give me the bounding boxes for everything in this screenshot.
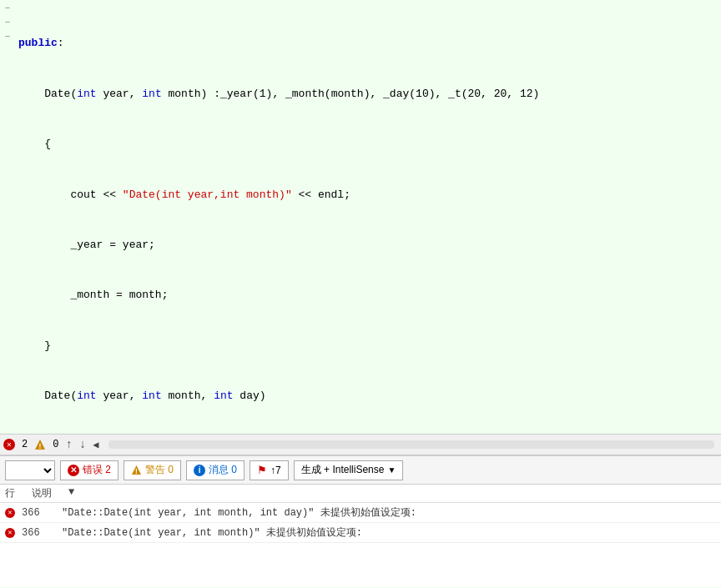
code-line: } bbox=[18, 338, 721, 354]
build-button[interactable]: 生成 + IntelliSense ▼ bbox=[294, 460, 404, 480]
col-header-desc-dropdown[interactable]: ▼ bbox=[68, 486, 74, 500]
status-error-icon: ✕ bbox=[3, 439, 15, 450]
error-row-2-desc: "Date::Date(int year, int month)" 未提供初始值… bbox=[62, 525, 716, 540]
code-line: public: bbox=[18, 35, 721, 52]
info-btn-icon: i bbox=[194, 465, 205, 476]
flag-button[interactable]: ⚑ ↑7 bbox=[250, 460, 289, 480]
error-row-2-line: 366 bbox=[22, 527, 55, 539]
horizontal-scrollbar[interactable] bbox=[108, 440, 714, 449]
error-btn-icon: ✕ bbox=[68, 465, 79, 476]
filter-select[interactable] bbox=[5, 460, 55, 480]
bottom-toolbar: ✕ 错误 2 ! 警告 0 i 消息 0 ⚑ ↑7 生成 + IntelliSe… bbox=[0, 456, 721, 485]
nav-down[interactable]: ↓ bbox=[79, 438, 86, 451]
nav-up[interactable]: ↑ bbox=[65, 438, 72, 451]
warning-filter-button[interactable]: ! 警告 0 bbox=[124, 460, 181, 480]
error-row-2-icon: ✕ bbox=[5, 528, 15, 538]
bottom-panel: ✕ 错误 2 ! 警告 0 i 消息 0 ⚑ ↑7 生成 + IntelliSe… bbox=[0, 455, 721, 587]
code-line: _year = year; bbox=[18, 237, 721, 254]
status-icon-area: ✕ bbox=[3, 439, 15, 450]
svg-text:!: ! bbox=[38, 443, 43, 450]
status-error-count: 2 bbox=[22, 439, 28, 450]
error-row-1-line: 366 bbox=[22, 507, 55, 519]
fold-column: − − − bbox=[0, 0, 15, 434]
status-warning-icon: ! bbox=[34, 439, 46, 450]
status-bar: ✕ 2 ! 0 ↑ ↓ ◀ bbox=[0, 434, 721, 455]
code-line: Date(int year, int month, int day) bbox=[18, 388, 721, 405]
code-line: _month = month; bbox=[18, 287, 721, 304]
status-warning-count: 0 bbox=[53, 439, 58, 450]
build-btn-label: 生成 + IntelliSense bbox=[301, 463, 385, 477]
error-filter-button[interactable]: ✕ 错误 2 bbox=[60, 460, 118, 480]
error-row-1-icon: ✕ bbox=[5, 508, 15, 518]
scroll-left[interactable]: ◀ bbox=[93, 439, 98, 451]
error-list: ✕ 366 "Date::Date(int year, int month, i… bbox=[0, 503, 721, 543]
code-line: { bbox=[18, 136, 721, 153]
editor-area: − − − public: Date(int yea bbox=[0, 0, 721, 434]
error-row-1-desc: "Date::Date(int year, int month, int day… bbox=[62, 505, 716, 520]
error-btn-label: 错误 2 bbox=[83, 463, 111, 477]
error-row-2[interactable]: ✕ 366 "Date::Date(int year, int month)" … bbox=[0, 523, 721, 543]
error-list-header: 行 说明 ▼ bbox=[0, 485, 721, 503]
error-row-1[interactable]: ✕ 366 "Date::Date(int year, int month, i… bbox=[0, 503, 721, 523]
col-header-desc: 说明 bbox=[32, 486, 52, 500]
warning-btn-icon: ! bbox=[131, 465, 142, 475]
info-filter-button[interactable]: i 消息 0 bbox=[186, 460, 245, 480]
code-line: Date(int year, int month) :_year(1), _mo… bbox=[18, 86, 721, 103]
info-btn-label: 消息 0 bbox=[209, 463, 237, 477]
warning-btn-label: 警告 0 bbox=[145, 463, 174, 477]
svg-text:!: ! bbox=[135, 467, 138, 475]
flag-icon: ⚑ bbox=[257, 464, 267, 476]
build-dropdown-arrow: ▼ bbox=[387, 465, 396, 475]
code-line: cout << "Date(int year,int month)" << en… bbox=[18, 187, 721, 204]
col-header-line: 行 bbox=[5, 486, 15, 500]
flag-btn-label: ↑7 bbox=[270, 465, 281, 476]
code-container: − − − public: Date(int yea bbox=[0, 0, 721, 434]
code-lines: public: Date(int year, int month) :_year… bbox=[15, 0, 721, 434]
